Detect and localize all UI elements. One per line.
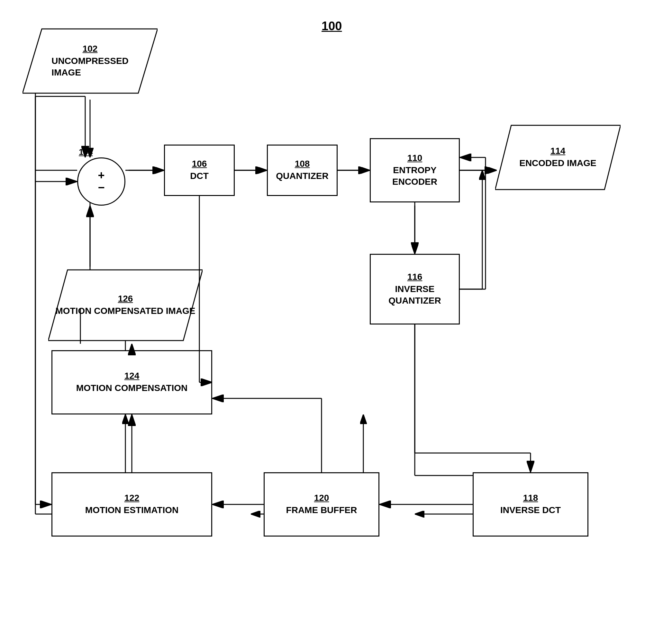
entropy-encoder-num: 110 [407,153,422,163]
inverse-quantizer-block: 116 INVERSE QUANTIZER [370,254,460,324]
inverse-quantizer-label: INVERSE QUANTIZER [371,283,459,307]
summing-junction: + − [77,158,125,206]
entropy-encoder-label: ENTROPY ENCODER [371,165,459,188]
inverse-dct-label: INVERSE DCT [500,505,561,516]
encoded-image-num: 114 [550,146,566,156]
diagram-title: 100 [322,19,342,33]
quantizer-label: QUANTIZER [276,170,328,182]
motion-compensation-num: 124 [124,371,139,381]
summing-num: 104 [79,147,93,157]
frame-buffer-block: 120 FRAME BUFFER [264,472,379,537]
inverse-quantizer-num: 116 [407,272,422,282]
motion-estimation-block: 122 MOTION ESTIMATION [52,472,212,537]
motion-estimation-num: 122 [124,493,139,503]
encoded-image-block: 114 ENCODED IMAGE [495,122,620,193]
motion-compensation-label: MOTION COMPENSATION [76,382,187,394]
encoded-image-label: ENCODED IMAGE [519,158,597,169]
uncompressed-image-block: 102 UNCOMPRESSED IMAGE [23,26,158,96]
motion-compensated-block: 126 MOTION COMPENSATED IMAGE [48,267,202,344]
dct-num: 106 [192,159,207,169]
dct-block: 106 DCT [164,145,235,196]
inverse-dct-block: 118 INVERSE DCT [473,472,588,537]
entropy-encoder-block: 110 ENTROPY ENCODER [370,138,460,202]
quantizer-block: 108 QUANTIZER [267,145,338,196]
diagram: 100 [0,0,672,622]
frame-buffer-num: 120 [314,493,329,503]
motion-compensation-block: 124 MOTION COMPENSATION [52,350,212,414]
motion-compensated-num: 126 [118,293,133,304]
summing-minus: − [98,182,104,194]
frame-buffer-label: FRAME BUFFER [286,505,357,516]
quantizer-num: 108 [295,159,310,169]
uncompressed-label: UNCOMPRESSED IMAGE [52,55,129,79]
motion-compensated-label: MOTION COMPENSATED IMAGE [55,305,195,317]
uncompressed-num: 102 [83,44,98,54]
motion-estimation-label: MOTION ESTIMATION [85,505,179,516]
inverse-dct-num: 118 [523,493,538,503]
summing-plus: + [98,170,104,181]
dct-label: DCT [190,170,209,182]
